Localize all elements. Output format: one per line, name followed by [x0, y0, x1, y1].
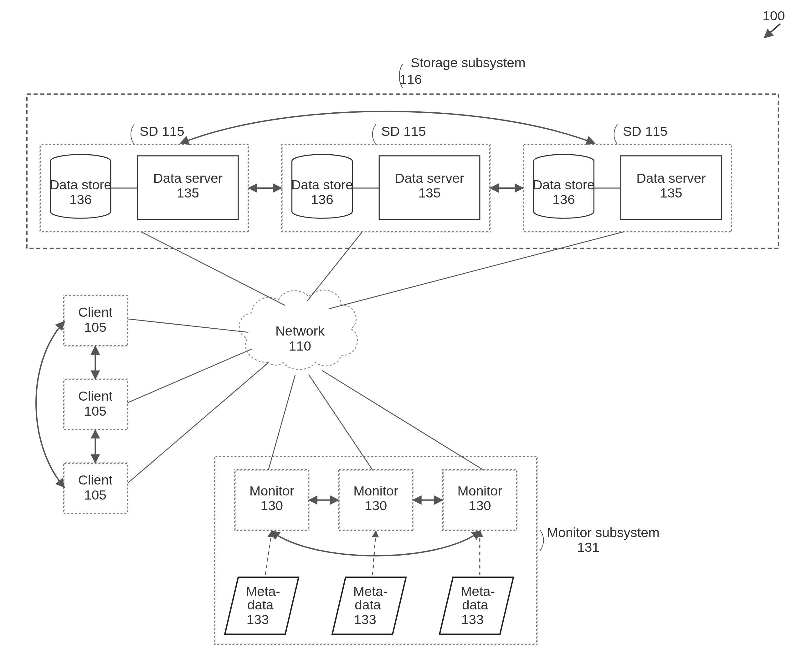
- network-ref: 110: [289, 338, 312, 353]
- data-server-label-1: Data server: [153, 171, 223, 186]
- client-ref-3: 105: [84, 487, 107, 502]
- metadata-label-a-2: Meta-: [353, 584, 388, 599]
- data-server-label-3: Data server: [636, 171, 706, 186]
- sd-box-2: SD 115 Data store 136 Data server 135: [282, 124, 490, 232]
- monitor-subsystem-bracket: [540, 530, 544, 550]
- data-store-label-1: Data store: [49, 177, 111, 192]
- monitor-ref-3: 130: [469, 498, 491, 513]
- data-server-ref-2: 135: [418, 185, 441, 200]
- metadata-label-b-2: data: [355, 597, 381, 612]
- metadata-3: Meta- data 133: [440, 577, 513, 634]
- client-label-1: Client: [78, 305, 113, 320]
- data-store-label-2: Data store: [291, 177, 353, 192]
- data-store-ref-1: 136: [69, 192, 92, 207]
- sd-label-2: SD 115: [381, 124, 426, 139]
- monitor1-meta-link: [265, 532, 272, 577]
- data-store-ref-2: 136: [311, 192, 333, 207]
- metadata-ref-2: 133: [354, 612, 376, 627]
- monitor-subsystem-label: Monitor subsystem: [547, 525, 660, 540]
- client-2: Client 105: [64, 379, 128, 430]
- sd3-network-link: [329, 232, 624, 309]
- client3-network-link: [127, 362, 268, 483]
- client2-network-link: [127, 349, 252, 403]
- storage-subsystem-label: Storage subsystem: [411, 55, 525, 70]
- metadata-label-b-3: data: [462, 597, 488, 612]
- monitor-3: Monitor 130: [443, 470, 517, 530]
- data-server-ref-1: 135: [177, 185, 200, 200]
- metadata-label-a-1: Meta-: [246, 584, 280, 599]
- client-arc-1-3: [36, 322, 63, 487]
- network-cloud: Network 110: [239, 290, 358, 370]
- storage-subsystem-ref: 116: [399, 72, 422, 87]
- data-server-ref-3: 135: [660, 185, 682, 200]
- figure-number-arrow: [765, 24, 780, 37]
- sd-label-3: SD 115: [623, 124, 667, 139]
- data-store-label-3: Data store: [533, 177, 595, 192]
- diagram-canvas: 100 Storage subsystem 116 SD 115 Data st…: [0, 0, 812, 672]
- figure-number: 100: [763, 8, 785, 23]
- monitor-ref-2: 130: [365, 498, 387, 513]
- monitor-subsystem-ref: 131: [577, 540, 600, 554]
- client1-network-link: [127, 319, 248, 333]
- data-store-2: Data store 136: [291, 155, 353, 218]
- sd-box-3: SD 115 Data store 136 Data server 135: [524, 124, 732, 232]
- sd2-network-link: [307, 232, 362, 301]
- sd1-network-link: [141, 232, 285, 305]
- data-store-1: Data store 136: [49, 155, 111, 218]
- monitor-ref-1: 130: [261, 498, 283, 513]
- metadata-ref-3: 133: [461, 612, 484, 627]
- metadata-1: Meta- data 133: [225, 577, 299, 634]
- metadata-ref-1: 133: [246, 612, 269, 627]
- client-label-2: Client: [78, 389, 113, 403]
- data-store-3: Data store 136: [533, 155, 595, 218]
- metadata-label-a-3: Meta-: [461, 584, 495, 599]
- client-ref-2: 105: [84, 403, 107, 418]
- monitor-arc-1-3: [272, 532, 480, 556]
- data-server-label-2: Data server: [395, 171, 464, 186]
- monitor-2: Monitor 130: [339, 470, 413, 530]
- monitor-1: Monitor 130: [235, 470, 309, 530]
- sd-label-1: SD 115: [140, 124, 184, 139]
- metadata-label-b-1: data: [247, 597, 274, 612]
- metadata-2: Meta- data 133: [332, 577, 406, 634]
- client-3: Client 105: [64, 463, 128, 513]
- data-store-ref-3: 136: [553, 192, 575, 207]
- network-label: Network: [275, 323, 325, 338]
- monitor-label-1: Monitor: [249, 483, 294, 498]
- client-1: Client 105: [64, 295, 128, 346]
- monitor-label-2: Monitor: [353, 483, 398, 498]
- monitor-label-3: Monitor: [457, 483, 502, 498]
- client-ref-1: 105: [84, 320, 107, 334]
- network-monitor2-link: [309, 375, 372, 470]
- sd-box-1: SD 115 Data store 136 Data server 135: [40, 124, 249, 232]
- network-monitor1-link: [269, 375, 295, 470]
- client-label-3: Client: [78, 472, 113, 487]
- monitor2-meta-link: [372, 532, 376, 577]
- network-monitor3-link: [322, 370, 483, 470]
